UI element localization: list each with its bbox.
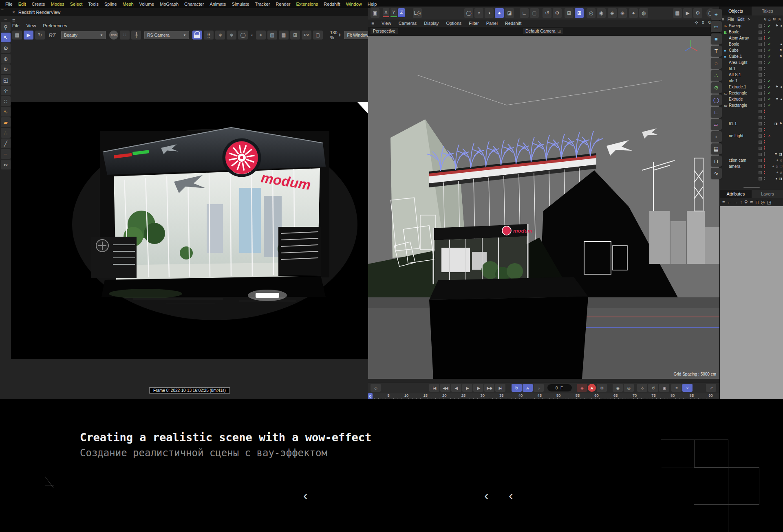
coord-system-button[interactable]: L◎ bbox=[413, 8, 422, 18]
object-row[interactable]: 61.1 ◨ ⚑ bbox=[720, 121, 783, 127]
enabled-check[interactable]: ✓ bbox=[767, 60, 772, 65]
shade-a-icon[interactable]: ● bbox=[629, 8, 638, 18]
edit-toggle[interactable] bbox=[759, 110, 762, 113]
object-tags[interactable]: ⚑ ● bbox=[772, 85, 783, 89]
menu-item[interactable]: Edit bbox=[15, 2, 29, 7]
object-row[interactable]: ■ Cube.1 ✓ ⚑ bbox=[720, 53, 783, 59]
rotate-tool-icon[interactable]: ↻ bbox=[1, 64, 11, 74]
crop-icon[interactable]: ╄ bbox=[131, 31, 141, 40]
array-icon[interactable]: ∴ bbox=[711, 70, 722, 81]
goto-end-button[interactable]: ▶| bbox=[495, 384, 505, 392]
text-tool-icon[interactable]: T bbox=[711, 46, 722, 57]
edit-toggle[interactable] bbox=[759, 86, 762, 89]
object-row[interactable] bbox=[720, 114, 783, 121]
visibility-dots[interactable] bbox=[763, 36, 765, 40]
edit-toggle[interactable] bbox=[759, 92, 762, 95]
move-tool-icon[interactable]: ⊕ bbox=[1, 54, 11, 64]
menu-item[interactable]: Mesh bbox=[120, 2, 137, 7]
keyframe-icon[interactable]: ◇ bbox=[371, 384, 381, 392]
attributes-tab[interactable]: Attributes bbox=[720, 190, 752, 198]
object-row[interactable]: ction cam ⌖ ⊘ bbox=[720, 157, 783, 163]
viewport-menu-item[interactable]: Options bbox=[446, 21, 461, 26]
viewport-menu-item[interactable]: Display bbox=[424, 21, 439, 26]
primitives-icon[interactable]: ∴ bbox=[1, 128, 11, 138]
visibility-dots[interactable] bbox=[763, 48, 765, 53]
axis-lock-icon[interactable]: ∟ bbox=[520, 8, 529, 18]
edit-toggle[interactable] bbox=[759, 61, 762, 64]
attr-lock-icon[interactable]: ⊓ bbox=[755, 200, 759, 205]
restart-render-button[interactable]: ↻ bbox=[35, 31, 45, 40]
prev-key-button[interactable]: ◀◀ bbox=[440, 384, 450, 392]
panel-tab[interactable]: Takes bbox=[752, 7, 783, 15]
menu-item[interactable]: Tracker bbox=[252, 2, 273, 7]
object-row[interactable] bbox=[720, 108, 783, 114]
object-tags[interactable]: ⚑ ● bbox=[772, 97, 783, 101]
mode-sphere-icon[interactable]: ◓ bbox=[474, 8, 483, 18]
dock-grip[interactable]: ┉ bbox=[1, 9, 10, 11]
viewport-menu-item[interactable]: Redshift bbox=[505, 21, 521, 26]
object-tags[interactable]: ⌖ ⊘ bbox=[772, 158, 783, 163]
search-icon[interactable]: ⚲ bbox=[764, 17, 767, 22]
camera-label[interactable]: Default Camera ◫ bbox=[523, 28, 563, 34]
menu-item[interactable]: MoGraph bbox=[157, 2, 181, 7]
visibility-dots[interactable] bbox=[763, 134, 765, 138]
hamburger-icon[interactable]: ≡ bbox=[371, 20, 374, 26]
target-a-icon[interactable]: ◎ bbox=[587, 8, 596, 18]
object-tags[interactable]: ⌖ ⊘ bbox=[772, 171, 783, 175]
object-row[interactable]: ∿ Sweep ✓ ⚑ ● bbox=[720, 23, 783, 29]
object-tags[interactable]: ⚑ ● bbox=[772, 24, 783, 28]
attr-export-icon[interactable]: ◳ bbox=[767, 200, 771, 205]
menu-item[interactable]: Select bbox=[67, 2, 86, 7]
edit-toggle[interactable] bbox=[759, 134, 762, 138]
object-row[interactable]: Area Light ✓ bbox=[720, 59, 783, 66]
tweak-tool-icon[interactable]: ⚙ bbox=[1, 43, 11, 53]
undo-view-icon[interactable]: ↺ bbox=[543, 8, 551, 18]
object-row[interactable] bbox=[720, 145, 783, 151]
object-row[interactable]: Atom Array ✓ bbox=[720, 35, 783, 41]
cube-primitive-icon[interactable]: ■ bbox=[711, 33, 722, 44]
pen-icon[interactable]: ∿ bbox=[711, 168, 722, 179]
attr-filter-icon[interactable]: ≋ bbox=[750, 200, 753, 205]
enabled-check[interactable]: ✓ bbox=[767, 24, 772, 28]
object-menu-item[interactable]: File bbox=[728, 17, 734, 22]
mode-sphere-icon[interactable]: ◑ bbox=[485, 8, 494, 18]
enabled-check[interactable]: × bbox=[767, 134, 772, 138]
object-tags[interactable]: ⚑ bbox=[772, 55, 783, 58]
carousel-prev-arrow[interactable]: ‹ bbox=[509, 488, 513, 503]
zoom-level-field[interactable]: 130 % ▲▼ bbox=[330, 30, 341, 40]
start-ipr-button[interactable]: ▶ bbox=[24, 31, 33, 40]
menu-item[interactable]: Modes bbox=[48, 2, 67, 7]
visibility-dots[interactable] bbox=[763, 60, 765, 65]
deformer-icon[interactable]: ∟ bbox=[711, 107, 722, 118]
axis-button[interactable]: Y bbox=[390, 8, 397, 17]
save-image-icon[interactable]: ▢ bbox=[313, 31, 323, 40]
visibility-dots[interactable] bbox=[763, 146, 765, 150]
edit-toggle[interactable] bbox=[759, 43, 762, 46]
lock-icon[interactable] bbox=[192, 31, 202, 40]
timeline-scrubber[interactable]: 0 bbox=[368, 393, 373, 399]
enabled-check[interactable]: ✓ bbox=[767, 97, 772, 101]
timeline-curve-icon[interactable]: ↗ bbox=[706, 384, 716, 392]
enabled-check[interactable]: ✓ bbox=[767, 48, 772, 53]
loop-toggle[interactable]: ↻ bbox=[512, 384, 522, 392]
visibility-dots[interactable] bbox=[763, 97, 765, 101]
edit-toggle[interactable] bbox=[759, 98, 762, 101]
spline-square-icon[interactable]: ▰ bbox=[1, 117, 11, 127]
pen-line-icon[interactable]: ┈ bbox=[1, 149, 11, 159]
frame-field[interactable]: 0 F bbox=[547, 384, 572, 391]
menu-item[interactable]: Redshift bbox=[321, 2, 343, 7]
zoom-stepper[interactable]: ▲▼ bbox=[339, 33, 341, 37]
visibility-dots[interactable] bbox=[763, 30, 765, 34]
viewport-menu-item[interactable]: Filter bbox=[469, 21, 479, 26]
edit-toggle[interactable] bbox=[759, 73, 762, 77]
region-render-icon[interactable]: ⌖ bbox=[256, 31, 266, 40]
edit-toggle[interactable] bbox=[759, 147, 762, 150]
edit-toggle[interactable] bbox=[759, 55, 762, 58]
interpolation-button[interactable]: × bbox=[682, 384, 693, 392]
volume-icon[interactable]: ◖ bbox=[711, 131, 722, 142]
spline-pen-icon[interactable]: ∿ bbox=[1, 107, 11, 117]
edit-toggle[interactable] bbox=[759, 159, 762, 162]
menu-item[interactable]: Extensions bbox=[293, 2, 321, 7]
menu-item[interactable]: Character bbox=[181, 2, 207, 7]
points-move-icon[interactable]: ∷ bbox=[1, 96, 11, 106]
